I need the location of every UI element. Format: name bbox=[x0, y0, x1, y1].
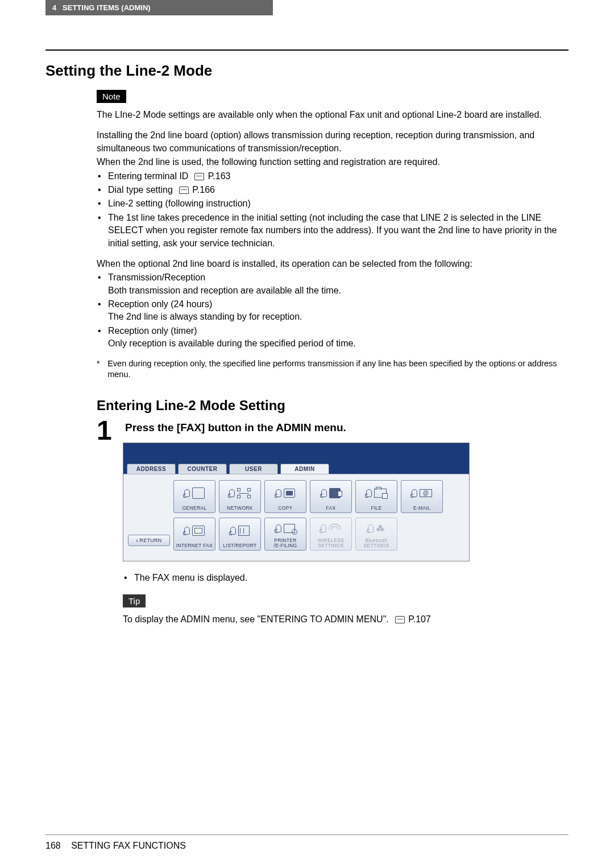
email-button[interactable]: @ E-MAIL bbox=[401, 480, 443, 513]
general-icon bbox=[192, 487, 205, 499]
list-item: Reception only (24 hours) The 2nd line i… bbox=[108, 298, 563, 324]
chevron-left-icon: ‹ bbox=[136, 537, 138, 544]
finger-icon bbox=[229, 489, 235, 497]
tip-badge: Tip bbox=[123, 594, 146, 607]
file-button[interactable]: FILE bbox=[355, 480, 397, 513]
rule-top bbox=[45, 49, 569, 51]
bluetooth-settings-button: ⁂ Bluetooth SETTINGS bbox=[355, 518, 397, 551]
intro-line2: When the 2nd line is used, the following… bbox=[97, 156, 563, 168]
asterisk-mark: * bbox=[97, 358, 107, 381]
chapter-number: 4 bbox=[52, 3, 56, 12]
tab-user[interactable]: USER bbox=[229, 464, 278, 474]
finger-icon bbox=[321, 489, 327, 497]
book-icon bbox=[179, 187, 189, 194]
finger-icon bbox=[412, 489, 417, 497]
finger-icon bbox=[276, 524, 281, 532]
chapter-title: SETTING ITEMS (ADMIN) bbox=[63, 3, 151, 12]
list-item: Dial type setting P.166 bbox=[108, 184, 563, 196]
step-title: Press the [FAX] button in the ADMIN menu… bbox=[125, 421, 569, 434]
step-number: 1 bbox=[97, 418, 119, 443]
printer-icon bbox=[284, 524, 295, 533]
copy-button[interactable]: COPY bbox=[264, 480, 306, 513]
file-icon bbox=[374, 489, 387, 498]
list-item: Entering terminal ID P.163 bbox=[108, 170, 563, 183]
internet-fax-button[interactable]: INTERNET FAX bbox=[173, 518, 215, 551]
tip-text: To display the ADMIN menu, see "ENTERING… bbox=[123, 613, 569, 626]
note-badge: Note bbox=[97, 90, 126, 103]
wireless-settings-button: WIRELESS SETTINGS bbox=[310, 518, 352, 551]
icon-row-2: INTERNET FAX LIST/REPORT PRINTER /E-FILI… bbox=[173, 518, 464, 551]
general-button[interactable]: GENERAL bbox=[173, 480, 215, 513]
tab-counter[interactable]: COUNTER bbox=[178, 464, 227, 474]
fax-icon bbox=[329, 488, 341, 498]
network-icon bbox=[237, 488, 251, 498]
finger-icon bbox=[184, 489, 190, 497]
list-item: Transmission/Reception Both transmission… bbox=[108, 271, 563, 297]
operations-list: Transmission/Reception Both transmission… bbox=[97, 271, 563, 350]
tab-admin[interactable]: ADMIN bbox=[280, 464, 329, 474]
panel-body: ‹ RETURN GENERAL NETWORK bbox=[123, 474, 469, 561]
wireless-icon bbox=[329, 524, 341, 533]
finger-icon bbox=[184, 527, 190, 535]
note-text: The LIne-2 Mode settings are available o… bbox=[97, 109, 563, 121]
page-footer: 168 SETTING FAX FUNCTIONS bbox=[45, 834, 569, 851]
printer-efiling-button[interactable]: PRINTER /E-FILING bbox=[264, 518, 306, 551]
tab-address[interactable]: ADDRESS bbox=[127, 464, 176, 474]
book-icon bbox=[395, 616, 405, 623]
list-item: The FAX menu is displayed. bbox=[134, 572, 569, 584]
ops-intro: When the optional 2nd line board is inst… bbox=[97, 258, 563, 270]
fax-button[interactable]: FAX bbox=[310, 480, 352, 513]
finger-icon bbox=[368, 524, 374, 532]
email-icon: @ bbox=[420, 489, 432, 497]
footer-title: SETTING FAX FUNCTIONS bbox=[71, 841, 186, 850]
finger-icon bbox=[276, 489, 281, 497]
list-item: Reception only (timer) Only reception is… bbox=[108, 325, 563, 350]
list-item: Line-2 setting (following instruction) bbox=[108, 197, 563, 210]
bluetooth-icon: ⁂ bbox=[376, 523, 385, 534]
result-list: The FAX menu is displayed. bbox=[123, 572, 569, 584]
finger-icon bbox=[230, 527, 236, 535]
internet-fax-icon bbox=[192, 526, 205, 536]
return-button[interactable]: ‹ RETURN bbox=[128, 535, 170, 546]
section-title: Setting the Line-2 Mode bbox=[45, 62, 569, 80]
finger-icon bbox=[321, 524, 326, 532]
admin-menu-screenshot: ADDRESS COUNTER USER ADMIN ‹ RETURN GEN bbox=[123, 443, 470, 561]
panel-tabs: ADDRESS COUNTER USER ADMIN bbox=[123, 464, 469, 474]
asterisk-note: * Even during reception only, the specif… bbox=[97, 358, 563, 381]
list-report-icon bbox=[238, 526, 250, 536]
list-item: The 1st line takes precedence in the ini… bbox=[108, 212, 563, 250]
panel-topbar bbox=[123, 443, 469, 464]
copy-icon bbox=[284, 489, 295, 498]
network-button[interactable]: NETWORK bbox=[219, 480, 261, 513]
intro-paragraph: Installing the 2nd line board (option) a… bbox=[97, 129, 563, 155]
page-number: 168 bbox=[45, 841, 61, 850]
finger-icon bbox=[366, 489, 372, 497]
chapter-header: 4 SETTING ITEMS (ADMIN) bbox=[45, 0, 273, 15]
icon-row-1: GENERAL NETWORK COPY FAX bbox=[173, 480, 464, 513]
list-report-button[interactable]: LIST/REPORT bbox=[219, 518, 261, 551]
subheading: Entering Line-2 Mode Setting bbox=[97, 398, 569, 414]
requirements-list: Entering terminal ID P.163 Dial type set… bbox=[97, 170, 563, 250]
book-icon bbox=[194, 173, 204, 180]
